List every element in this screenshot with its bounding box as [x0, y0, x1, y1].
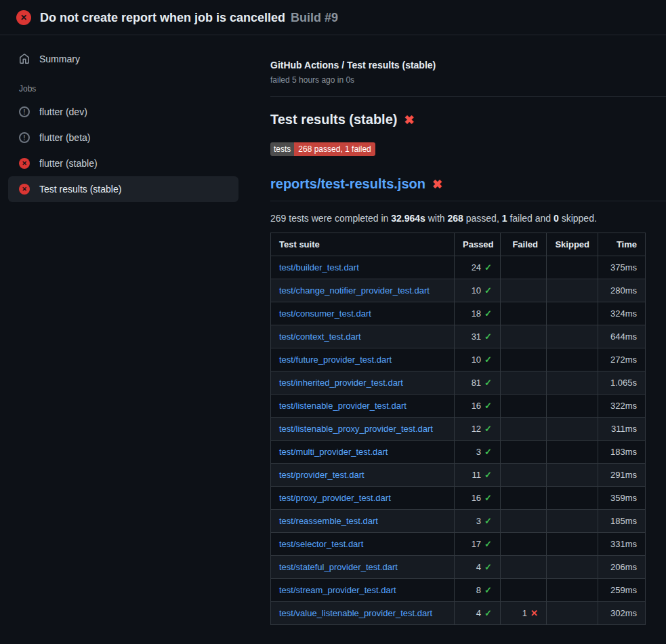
section-title: Test results (stable) ✖ [270, 112, 666, 127]
passed-check-icon: ✓ [484, 285, 492, 296]
count-cell [501, 348, 547, 371]
summary-text: 269 tests were completed in [270, 213, 391, 224]
sidebar-item-job[interactable]: ✕Test results (stable) [8, 176, 238, 202]
build-number: Build #9 [291, 11, 338, 25]
passed-check-icon: ✓ [484, 516, 492, 526]
count-cell: 1✕ [501, 602, 547, 625]
suite-cell: test/builder_test.dart [271, 256, 455, 279]
time-cell: 375ms [598, 256, 646, 279]
test-suite-link[interactable]: test/stateful_provider_test.dart [279, 562, 398, 572]
job-label: flutter (beta) [39, 132, 90, 143]
table-row: test/listenable_proxy_provider_test.dart… [271, 418, 646, 441]
test-suite-link[interactable]: test/context_test.dart [279, 331, 361, 342]
count-cell [501, 556, 547, 579]
count-cell [547, 418, 598, 441]
test-suite-link[interactable]: test/listenable_proxy_provider_test.dart [279, 424, 433, 434]
count-value: 4 [476, 562, 481, 572]
sidebar-item-job[interactable]: !flutter (beta) [8, 125, 238, 150]
summary-text: skipped. [559, 213, 597, 224]
test-suite-link[interactable]: test/listenable_provider_test.dart [279, 401, 407, 411]
summary-text: failed and [507, 213, 554, 224]
count-cell [547, 533, 598, 556]
count-value: 18 [472, 308, 481, 319]
time-cell: 311ms [598, 418, 646, 441]
count-cell: 4✓ [455, 602, 501, 625]
summary-failed-count: 1 [502, 213, 507, 224]
passed-check-icon: ✓ [484, 401, 492, 411]
summary-text: passed, [463, 213, 502, 224]
count-cell [547, 556, 598, 579]
time-cell: 185ms [598, 510, 646, 533]
count-value: 24 [472, 262, 481, 273]
suite-cell: test/consumer_test.dart [271, 302, 455, 325]
sidebar-item-summary[interactable]: Summary [8, 46, 238, 72]
table-header-row: Test suite Passed Failed Skipped Time [271, 233, 646, 256]
report-file-link[interactable]: reports/test-results.json [270, 176, 425, 192]
count-cell [501, 510, 547, 533]
time-cell: 291ms [598, 464, 646, 487]
count-cell [547, 441, 598, 464]
test-suite-link[interactable]: test/proxy_provider_test.dart [279, 493, 391, 503]
count-value: 12 [472, 424, 481, 434]
test-suite-link[interactable]: test/future_provider_test.dart [279, 355, 392, 365]
table-row: test/future_provider_test.dart10✓272ms [271, 348, 646, 371]
neutral-status-icon: ! [19, 106, 30, 117]
table-row: test/selector_test.dart17✓331ms [271, 533, 646, 556]
count-cell: 12✓ [455, 418, 501, 441]
time-cell: 302ms [598, 602, 646, 625]
table-row: test/context_test.dart31✓644ms [271, 325, 646, 348]
test-suite-link[interactable]: test/selector_test.dart [279, 539, 363, 549]
passed-check-icon: ✓ [484, 562, 492, 572]
count-value: 11 [472, 470, 482, 480]
run-status-line: failed 5 hours ago in 0s [270, 75, 666, 85]
build-header: ✕ Do not create report when job is cance… [0, 0, 666, 35]
count-cell [547, 395, 598, 418]
table-row: test/consumer_test.dart18✓324ms [271, 302, 646, 325]
table-row: test/listenable_provider_test.dart16✓322… [271, 395, 646, 418]
count-value: 81 [472, 378, 481, 388]
passed-check-icon: ✓ [484, 331, 492, 342]
count-cell: 17✓ [455, 533, 501, 556]
passed-check-icon: ✓ [484, 308, 492, 319]
count-cell [547, 602, 598, 625]
sidebar-item-job[interactable]: ✕flutter (stable) [8, 150, 238, 176]
passed-check-icon: ✓ [484, 585, 492, 595]
count-cell: 10✓ [455, 279, 501, 302]
test-suite-link[interactable]: test/multi_provider_test.dart [279, 447, 388, 457]
count-cell [547, 348, 598, 371]
divider [270, 96, 666, 97]
suite-cell: test/reassemble_test.dart [271, 510, 455, 533]
count-cell [547, 302, 598, 325]
failed-x-icon: ✕ [530, 608, 538, 618]
test-suite-link[interactable]: test/provider_test.dart [279, 470, 365, 480]
count-cell: 81✓ [455, 371, 501, 395]
test-suite-link[interactable]: test/value_listenable_provider_test.dart [279, 608, 432, 618]
jobs-section-label: Jobs [8, 72, 255, 99]
test-suite-link[interactable]: test/stream_provider_test.dart [279, 585, 396, 595]
suite-cell: test/context_test.dart [271, 325, 455, 348]
count-value: 16 [472, 401, 481, 411]
time-cell: 206ms [598, 556, 646, 579]
test-suite-link[interactable]: test/inherited_provider_test.dart [279, 378, 403, 388]
table-row: test/provider_test.dart11✓291ms [271, 464, 646, 487]
table-row: test/value_listenable_provider_test.dart… [271, 602, 646, 625]
test-suite-link[interactable]: test/reassemble_test.dart [279, 516, 378, 526]
badge-label: tests [270, 142, 294, 156]
count-cell: 31✓ [455, 325, 501, 348]
count-cell [501, 371, 547, 395]
test-suite-link[interactable]: test/builder_test.dart [279, 262, 359, 273]
passed-check-icon: ✓ [484, 424, 492, 434]
table-row: test/inherited_provider_test.dart81✓1.06… [271, 371, 646, 395]
column-header-passed: Passed [455, 233, 501, 256]
test-suite-link[interactable]: test/change_notifier_provider_test.dart [279, 285, 430, 296]
sidebar-summary-label: Summary [39, 54, 80, 64]
test-suite-link[interactable]: test/consumer_test.dart [279, 308, 371, 319]
failed-x-icon: ✖ [432, 178, 442, 190]
summary-skipped-count: 0 [554, 213, 559, 224]
count-cell [547, 371, 598, 395]
passed-check-icon: ✓ [484, 355, 492, 365]
suite-cell: test/future_provider_test.dart [271, 348, 455, 371]
passed-check-icon: ✓ [484, 470, 492, 480]
sidebar-item-job[interactable]: !flutter (dev) [8, 99, 238, 125]
count-cell [547, 464, 598, 487]
